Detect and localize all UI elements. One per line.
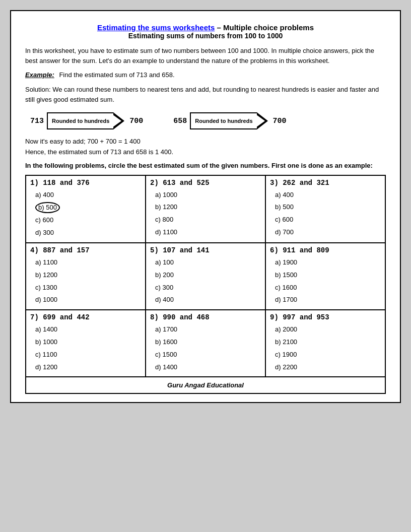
arrow-shape-1: Rounded to hundreds <box>47 112 124 129</box>
problem-cell-7: 7) 699 and 442a) 1400b) 1000c) 1100d) 12… <box>26 310 146 377</box>
problem-7-option-3[interactable]: d) 1200 <box>30 361 141 374</box>
title-block: Estimating the sums worksheets – Multipl… <box>25 23 386 40</box>
title-link[interactable]: Estimating the sums worksheets <box>97 23 215 32</box>
add-note: Now it's easy to add; 700 + 700 = 1 400 <box>25 138 386 145</box>
problem-3-option-2[interactable]: c) 600 <box>270 214 381 226</box>
problem-5-option-1[interactable]: b) 200 <box>150 269 261 282</box>
title-separator: – Multiple choice problems <box>215 23 314 32</box>
problem-7-option-1[interactable]: b) 1000 <box>30 336 141 349</box>
arrow1-label: Rounded to hundreds <box>47 112 113 129</box>
worksheet-page: Estimating the sums worksheets – Multipl… <box>10 10 401 403</box>
problem-header-4: 4) 887 and 157 <box>30 246 141 254</box>
arrow2-head <box>257 112 268 129</box>
problem-cell-1: 1) 118 and 376a) 400b) 500c) 600d) 300 <box>26 175 146 243</box>
problem-4-option-3[interactable]: d) 1000 <box>30 294 141 306</box>
arrow-diagram: 713 Rounded to hundreds 700 658 Rounded … <box>30 112 386 129</box>
problem-7-option-0[interactable]: a) 1400 <box>30 323 141 336</box>
problem-9-option-1[interactable]: b) 2100 <box>270 336 381 349</box>
problem-1-option-1[interactable]: b) 500 <box>30 201 141 214</box>
problem-cell-6: 6) 911 and 809a) 1900b) 1500c) 1600d) 17… <box>265 243 385 310</box>
problems-table: 1) 118 and 376a) 400b) 500c) 600d) 3002)… <box>25 175 386 394</box>
problem-1-option-2[interactable]: c) 600 <box>30 214 141 227</box>
arrow2-label: Rounded to hundreds <box>190 112 256 129</box>
title-line1: Estimating the sums worksheets – Multipl… <box>25 23 386 32</box>
problem-4-option-2[interactable]: c) 1300 <box>30 282 141 294</box>
arrow-group-1: 713 Rounded to hundreds 700 <box>30 112 143 129</box>
arrow2-result: 700 <box>273 117 287 125</box>
circled-answer: b) 500 <box>35 202 60 213</box>
problem-5-option-2[interactable]: c) 300 <box>150 282 261 294</box>
example-label: Example: <box>25 71 54 79</box>
arrow2-number: 658 <box>173 117 187 125</box>
problem-6-option-0[interactable]: a) 1900 <box>270 256 381 269</box>
problem-cell-5: 5) 107 and 141a) 100b) 200c) 300d) 400 <box>146 243 265 310</box>
arrow-group-2: 658 Rounded to hundreds 700 <box>173 112 286 129</box>
problem-9-option-3[interactable]: d) 2200 <box>270 361 381 374</box>
problem-2-option-1[interactable]: b) 1200 <box>150 201 261 214</box>
problem-9-option-2[interactable]: c) 1900 <box>270 349 381 361</box>
arrow1-head <box>113 112 124 129</box>
problem-cell-8: 8) 990 and 468a) 1700b) 1600c) 1500d) 14… <box>146 310 265 377</box>
problem-1-option-3[interactable]: d) 300 <box>30 227 141 239</box>
problem-7-option-2[interactable]: c) 1100 <box>30 349 141 361</box>
problem-3-option-0[interactable]: a) 400 <box>270 189 381 202</box>
instruction-text: In the following problems, circle the be… <box>25 161 386 171</box>
footer-cell: Guru Angad Educational <box>26 377 385 393</box>
problem-header-1: 1) 118 and 376 <box>30 179 141 187</box>
problem-8-option-0[interactable]: a) 1700 <box>150 323 261 336</box>
arrow1-result: 700 <box>129 117 143 125</box>
problem-cell-2: 2) 613 and 525a) 1000b) 1200c) 800d) 110… <box>146 175 265 243</box>
problem-6-option-3[interactable]: d) 1700 <box>270 294 381 306</box>
problem-4-option-0[interactable]: a) 1100 <box>30 256 141 269</box>
problem-5-option-3[interactable]: d) 400 <box>150 294 261 306</box>
problem-header-5: 5) 107 and 141 <box>150 246 261 254</box>
problem-cell-9: 9) 997 and 953a) 2000b) 2100c) 1900d) 22… <box>265 310 385 377</box>
problem-9-option-0[interactable]: a) 2000 <box>270 323 381 336</box>
problem-8-option-3[interactable]: d) 1400 <box>150 361 261 374</box>
problem-header-8: 8) 990 and 468 <box>150 313 261 321</box>
problem-header-6: 6) 911 and 809 <box>270 246 381 254</box>
problem-header-2: 2) 613 and 525 <box>150 179 261 187</box>
problem-header-3: 3) 262 and 321 <box>270 179 381 187</box>
problem-header-7: 7) 699 and 442 <box>30 313 141 321</box>
arrow1-number: 713 <box>30 117 44 125</box>
problem-8-option-1[interactable]: b) 1600 <box>150 336 261 349</box>
example-text: Find the estimated sum of 713 and 658. <box>59 71 174 79</box>
problem-4-option-1[interactable]: b) 1200 <box>30 269 141 282</box>
problem-cell-3: 3) 262 and 321a) 400b) 500c) 600d) 700 <box>265 175 385 243</box>
arrow-shape-2: Rounded to hundreds <box>190 112 267 129</box>
solution-text: Solution: We can round these numbers to … <box>25 85 386 104</box>
problem-header-9: 9) 997 and 953 <box>270 313 381 321</box>
hence-note: Hence, the estimated sum of 713 and 658 … <box>25 148 386 156</box>
problem-2-option-2[interactable]: c) 800 <box>150 214 261 226</box>
example-block: Example: Find the estimated sum of 713 a… <box>25 71 386 80</box>
intro-text: In this worksheet, you have to estimate … <box>25 46 386 65</box>
problem-6-option-2[interactable]: c) 1600 <box>270 282 381 294</box>
problem-2-option-3[interactable]: d) 1100 <box>150 226 261 239</box>
problem-cell-4: 4) 887 and 157a) 1100b) 1200c) 1300d) 10… <box>26 243 146 310</box>
problem-1-option-0[interactable]: a) 400 <box>30 189 141 202</box>
problem-3-option-1[interactable]: b) 500 <box>270 201 381 214</box>
problem-3-option-3[interactable]: d) 700 <box>270 226 381 239</box>
problem-2-option-0[interactable]: a) 1000 <box>150 189 261 202</box>
problem-5-option-0[interactable]: a) 100 <box>150 256 261 269</box>
problem-6-option-1[interactable]: b) 1500 <box>270 269 381 282</box>
problem-8-option-2[interactable]: c) 1500 <box>150 349 261 361</box>
title-subtitle: Estimating sums of numbers from 100 to 1… <box>25 32 386 40</box>
